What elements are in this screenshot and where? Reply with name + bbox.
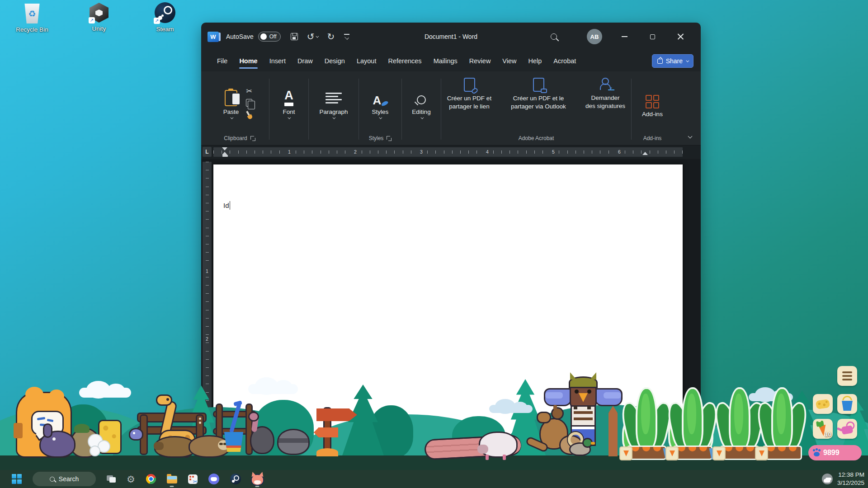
share-button[interactable]: Share [652,54,693,68]
format-painter-button[interactable] [243,109,255,121]
chrome-button[interactable] [146,470,156,488]
desktop: ♻ Recycle Bin ↗ Unity ↗ Steam W AutoSave… [0,0,868,488]
bucket-tool-button[interactable] [837,394,857,414]
carrot-tool-button[interactable]: 10 [813,419,833,439]
font-group: A Font [269,74,308,143]
account-avatar[interactable]: AB [587,29,602,44]
tray-time: 12:38 PM [838,471,864,479]
tab-stop-selector[interactable]: L [203,147,212,157]
totem-wing-left [545,389,571,405]
settings-button[interactable]: ⚙ [127,470,135,488]
watering-can-tool-button[interactable] [837,419,857,439]
signature-person-icon: x [600,78,611,91]
hamburger-icon [842,371,852,380]
gear-icon: ⚙ [127,474,135,484]
document-text-line[interactable]: Id [223,201,230,210]
hanging-indent-marker[interactable] [222,152,227,155]
desktop-icon-recycle-bin[interactable]: ♻ Recycle Bin [8,4,56,33]
addins-button[interactable]: Add-ins [642,90,663,117]
collapse-ribbon-button[interactable] [689,131,692,140]
squirrel [552,408,562,418]
create-pdf-share-outlook-button[interactable]: Créer un PDF et lepartager via Outlook [504,78,573,110]
horizontal-ruler[interactable]: 1 2 3 4 5 6 [213,147,683,157]
paragraph-menu-button[interactable]: Paragraph [319,88,348,119]
turkey [251,427,273,453]
task-view-icon [107,475,116,483]
fence-post [247,405,251,454]
redo-button[interactable]: ↻ [327,32,335,41]
create-pdf-share-link-button[interactable]: Créer un PDF etpartager le lien [442,78,497,110]
watering-can-icon [841,425,854,435]
tab-help[interactable]: Help [523,51,548,71]
close-button[interactable] [666,28,694,46]
tab-draw[interactable]: Draw [292,51,319,71]
steam-button[interactable] [230,470,241,488]
clipboard-dialog-launcher[interactable] [250,136,255,141]
start-button[interactable] [12,470,22,488]
tab-insert[interactable]: Insert [264,51,292,71]
soap-foam [90,446,99,455]
snipping-tool-button[interactable] [188,470,198,488]
soap-foam [99,441,109,452]
taskbar-clock[interactable]: 12:38 PM 3/12/2025 [837,471,864,487]
quick-access-toolbar-menu[interactable] [344,33,350,40]
styles-menu-button[interactable]: A Styles [372,88,389,119]
totem-hat [570,378,596,387]
tab-view[interactable]: View [496,51,522,71]
left-indent-marker[interactable] [222,155,228,157]
weather-icon[interactable] [822,474,833,484]
styles-dialog-launcher[interactable] [387,136,392,141]
search-icon[interactable] [540,28,568,46]
minimize-button[interactable] [610,28,638,46]
right-indent-marker[interactable] [642,152,648,155]
tab-acrobat[interactable]: Acrobat [547,51,582,71]
autosave-toggle[interactable]: Off [258,32,281,42]
undo-button[interactable]: ↺ [307,32,318,41]
file-explorer-button[interactable] [167,470,177,488]
planter-box [674,447,711,459]
text-cursor [230,201,231,210]
desktop-icon-steam[interactable]: ↗ Steam [141,2,189,33]
tab-home[interactable]: Home [233,51,263,71]
tab-mailings[interactable]: Mailings [428,51,463,71]
save-button[interactable] [291,33,298,40]
raccoon [278,430,308,454]
title-bar: W AutoSave Off ↺ ↻ Document1 - Word AB [201,23,701,51]
feed-bag-strap [14,423,23,438]
fox-game-button[interactable] [252,470,263,488]
steam-icon-wrap: ↗ [155,2,175,23]
sponge-tool-button[interactable] [813,394,833,414]
desktop-icon-label: Unity [92,25,106,32]
recycle-bin-icon: ♻ [24,4,40,23]
tab-layout[interactable]: Layout [351,51,382,71]
tab-references[interactable]: References [382,51,427,71]
maximize-button[interactable] [638,28,666,46]
running-indicator [255,486,259,487]
duck [571,444,590,455]
taskbar-search[interactable]: Search [33,472,96,486]
first-line-indent-marker[interactable] [222,147,227,150]
copy-button[interactable] [246,99,252,107]
styles-icon: A [373,94,388,106]
tab-design[interactable]: Design [319,51,351,71]
tab-review[interactable]: Review [463,51,497,71]
request-signatures-button[interactable]: x Demanderdes signatures [580,78,631,110]
sheep [480,433,516,456]
unity-icon-wrap: ↗ [90,3,108,23]
tall-post [609,406,618,456]
tab-file[interactable]: File [211,51,233,71]
paste-button[interactable]: Paste [223,88,239,119]
planter-box [628,447,665,459]
signpost-arrow-right [316,408,357,421]
cut-button[interactable]: ✂ [246,88,252,95]
paw-icon [814,452,820,456]
running-indicator [170,486,174,487]
addins-group: Add-ins Add-ins [632,74,673,143]
discord-button[interactable] [208,470,219,488]
game-menu-button[interactable] [837,366,857,386]
styles-group: A Styles Styles [359,74,401,143]
desktop-icon-unity[interactable]: ↗ Unity [75,3,123,32]
task-view-button[interactable] [107,470,116,488]
font-menu-button[interactable]: A Font [283,88,295,119]
editing-menu-button[interactable]: Editing [412,88,430,119]
